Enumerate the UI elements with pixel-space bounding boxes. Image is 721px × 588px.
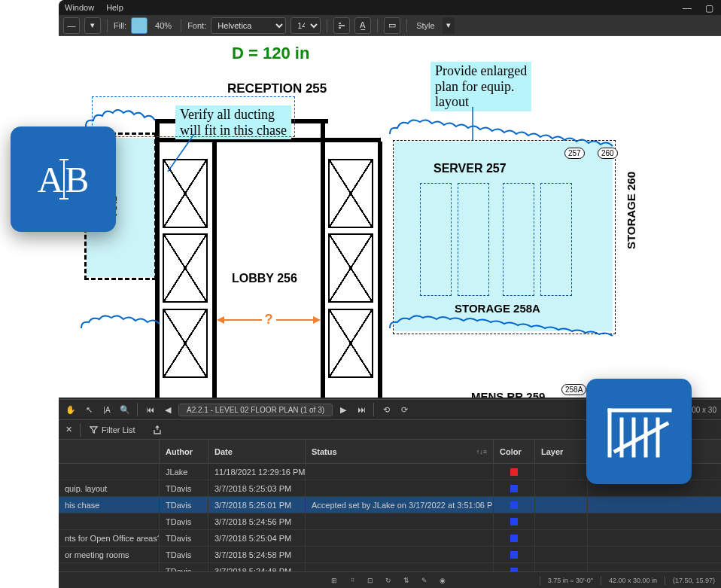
font-select[interactable]: Helvetica [211, 17, 286, 34]
cell-status: Accepted set by JLake on 3/17/2022 at 3:… [306, 497, 494, 513]
width-dropdown[interactable]: — [63, 17, 80, 34]
room-server: SERVER 257 [434, 162, 507, 175]
table-row[interactable]: or meeting roomsTDavis3/7/2018 5:24:58 P… [59, 547, 721, 563]
nav-first-icon[interactable]: ⏮ [142, 402, 157, 417]
col-subject[interactable] [59, 440, 160, 463]
sheet-breadcrumb[interactable]: A2.2.1 - LEVEL 02 FLOOR PLAN (1 of 3) [178, 404, 333, 416]
text-select-icon[interactable]: |A [99, 402, 114, 417]
cell-subject: or meeting rooms [59, 547, 160, 562]
show-frame-icon[interactable]: ▭ [384, 17, 400, 34]
server-rack [503, 183, 534, 296]
revision-cloud [81, 315, 160, 328]
col-date[interactable]: Date [208, 440, 306, 463]
col-layer[interactable]: Layer [535, 440, 588, 463]
col-author[interactable]: Author [160, 440, 208, 463]
selection-handles [92, 96, 295, 137]
room-storage-260: STORAGE 260 [625, 172, 637, 249]
fill-color-swatch[interactable] [131, 17, 148, 34]
close-icon[interactable]: ✕ [59, 420, 78, 440]
pen-icon[interactable]: ✎ [418, 574, 430, 586]
cell-layer [535, 497, 588, 513]
export-icon[interactable] [149, 422, 166, 437]
elevator-symbol [163, 233, 208, 303]
rotate-ccw-icon[interactable]: ⟲ [379, 402, 394, 417]
zoom-tool-icon[interactable]: 🔍 [117, 402, 132, 417]
room-reception: RECEPTION 255 [227, 81, 327, 96]
wall [378, 142, 382, 398]
cell-author: TDavis [160, 563, 208, 571]
grid-icon[interactable]: ⊞ [328, 574, 340, 586]
cell-subject [59, 464, 160, 480]
nav-prev-icon[interactable]: ◀ [160, 402, 175, 417]
col-status[interactable]: Status↑↓≡ [306, 440, 494, 463]
reuse-icon[interactable]: ↻ [382, 574, 394, 586]
drawing-canvas[interactable]: D = 120 in 257 260 258A RECEP [59, 36, 721, 398]
cell-author: TDavis [160, 513, 208, 529]
menu-window[interactable]: Window [65, 3, 94, 12]
snap-content-icon[interactable]: ⊡ [364, 574, 376, 586]
server-rack [540, 183, 572, 296]
table-row[interactable]: TDavis3/7/2018 5:24:48 PM [59, 563, 721, 571]
server-rack [458, 183, 489, 296]
pan-tool-icon[interactable]: ✋ [63, 402, 78, 417]
tally-grid-icon [605, 401, 673, 462]
cell-date: 3/7/2018 5:25:01 PM [208, 497, 306, 513]
nav-last-icon[interactable]: ⏭ [354, 402, 369, 417]
sync-icon[interactable]: ⇅ [400, 574, 412, 586]
format-toolbar: — ▾ Fill: 40% Font: Helvetica 14 A̲ ▭ St… [59, 15, 721, 36]
cell-date: 3/7/2018 5:25:04 PM [208, 530, 306, 546]
cell-subject: his chase [59, 497, 160, 513]
minimize-icon[interactable]: — [683, 3, 692, 14]
markers-icon[interactable]: ◉ [437, 574, 449, 586]
nav-next-icon[interactable]: ▶ [336, 402, 351, 417]
cell-author: JLake [160, 464, 208, 480]
elevator-symbol [163, 309, 208, 378]
status-dims: 42.00 x 30.00 in [609, 577, 657, 584]
rotate-cw-icon[interactable]: ⟳ [397, 402, 412, 417]
cell-status [306, 464, 494, 480]
elevator-symbol [328, 233, 373, 303]
cell-date: 3/7/2018 5:24:58 PM [208, 547, 306, 562]
unknown-dimension: ? [217, 312, 321, 328]
cell-author: TDavis [160, 497, 208, 513]
select-tool-icon[interactable]: ↖ [81, 402, 96, 417]
room-lobby: LOBBY 256 [232, 272, 297, 285]
cell-subject: nts for Open Office areas? [59, 530, 160, 546]
table-row[interactable]: TDavis3/7/2018 5:24:56 PM [59, 513, 721, 530]
text-align-icon[interactable] [333, 17, 350, 34]
text-tool-tile: AB [11, 126, 116, 232]
room-tag-260: 260 [598, 148, 618, 159]
style-dropdown-caret-icon[interactable]: ▾ [443, 17, 455, 34]
room-tag-258a: 258A [561, 384, 586, 395]
font-size-select[interactable]: 14 [291, 17, 321, 34]
cell-color [494, 513, 535, 529]
cell-layer [535, 480, 588, 496]
elevator-symbol [163, 159, 208, 228]
style-label[interactable]: Style [413, 21, 437, 30]
menu-help[interactable]: Help [106, 3, 123, 12]
filter-button[interactable]: Filter List [82, 422, 143, 437]
snap-icon[interactable]: ⌗ [346, 574, 358, 586]
col-color[interactable]: Color [494, 440, 535, 463]
cell-subject [59, 513, 160, 529]
fill-opacity[interactable]: 40% [152, 21, 175, 30]
cell-date: 3/7/2018 5:24:56 PM [208, 513, 306, 529]
callout-enlarged[interactable]: Provide enlarged plan for equip. layout [430, 62, 531, 111]
cell-layer [535, 547, 588, 562]
cell-layer [535, 513, 588, 529]
maximize-icon[interactable]: ▢ [705, 3, 713, 14]
table-row[interactable]: his chaseTDavis3/7/2018 5:25:01 PMAccept… [59, 497, 721, 513]
table-row[interactable]: nts for Open Office areas?TDavis3/7/2018… [59, 530, 721, 547]
cell-status [306, 513, 494, 529]
font-autosize-icon[interactable]: A̲ [354, 17, 371, 34]
dropdown-caret-icon[interactable]: ▾ [84, 17, 101, 34]
font-label: Font: [187, 21, 206, 30]
elevator-symbol [328, 159, 373, 228]
cell-author: TDavis [160, 480, 208, 496]
dimension-d: D = 120 in [232, 44, 309, 63]
sort-icon[interactable]: ↑↓≡ [476, 448, 487, 455]
server-rack [420, 183, 452, 296]
cell-layer [535, 563, 588, 571]
cell-color [494, 480, 535, 496]
cell-status [306, 547, 494, 562]
